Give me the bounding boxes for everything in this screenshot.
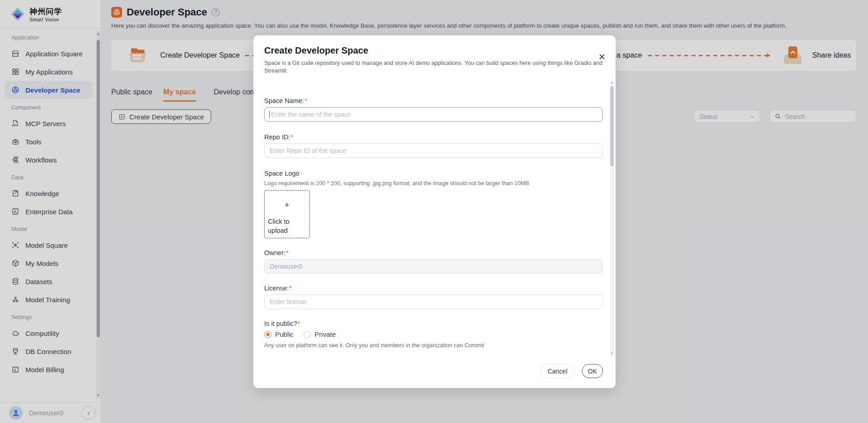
license-label: License:* bbox=[264, 285, 603, 292]
owner-label: Owner:* bbox=[264, 249, 603, 256]
scroll-down-icon[interactable]: ▼ bbox=[610, 352, 614, 355]
repo-id-label: Repo ID:* bbox=[264, 133, 603, 141]
modal-footer: Cancel OK bbox=[540, 364, 603, 378]
close-icon[interactable]: ✕ bbox=[598, 53, 606, 61]
visibility-label: Is it public?* bbox=[264, 320, 603, 327]
upload-text: Click to upload bbox=[268, 217, 306, 235]
visibility-radio-group: Public Private bbox=[264, 330, 603, 338]
modal-subtitle: Space is a Git code repository used to m… bbox=[264, 59, 602, 74]
scroll-up-icon[interactable]: ▲ bbox=[610, 81, 614, 84]
text-caret bbox=[269, 111, 270, 118]
app-screen: 神州问学 Smart Vision Application Applicatio… bbox=[0, 0, 868, 423]
owner-input bbox=[264, 259, 603, 274]
modal-scrollbar[interactable]: ▲ ▼ bbox=[610, 80, 614, 356]
cancel-button[interactable]: Cancel bbox=[540, 364, 575, 378]
visibility-hint: Any user on platform can see it. Only yo… bbox=[264, 342, 603, 349]
space-name-label: Space Name:* bbox=[264, 97, 603, 104]
space-logo-label: Space Logo bbox=[264, 170, 603, 177]
radio-circle-icon bbox=[304, 331, 311, 338]
radio-public[interactable]: Public bbox=[264, 330, 294, 338]
modal-form: Space Name:* Repo ID:* Space Logo Logo r… bbox=[253, 97, 616, 349]
create-developer-space-modal: Create Developer Space Space is a Git co… bbox=[253, 35, 616, 388]
space-logo-hint: Logo requirement is 200 * 200, supportin… bbox=[264, 180, 603, 187]
license-field bbox=[264, 295, 603, 309]
plus-icon: + bbox=[285, 201, 290, 210]
repo-id-field bbox=[264, 143, 603, 158]
license-input[interactable] bbox=[264, 295, 603, 309]
radio-private-label: Private bbox=[315, 330, 336, 338]
space-name-field bbox=[264, 107, 603, 122]
radio-private[interactable]: Private bbox=[304, 330, 336, 338]
modal-title: Create Developer Space bbox=[264, 45, 605, 56]
modal-scrollbar-thumb[interactable] bbox=[610, 86, 614, 166]
ok-button[interactable]: OK bbox=[582, 364, 603, 378]
repo-id-input[interactable] bbox=[264, 143, 603, 158]
space-name-input[interactable] bbox=[264, 107, 603, 122]
radio-public-label: Public bbox=[275, 330, 294, 338]
radio-circle-icon bbox=[264, 331, 271, 338]
logo-upload-box[interactable]: + Click to upload bbox=[264, 190, 310, 238]
owner-field bbox=[264, 259, 603, 274]
